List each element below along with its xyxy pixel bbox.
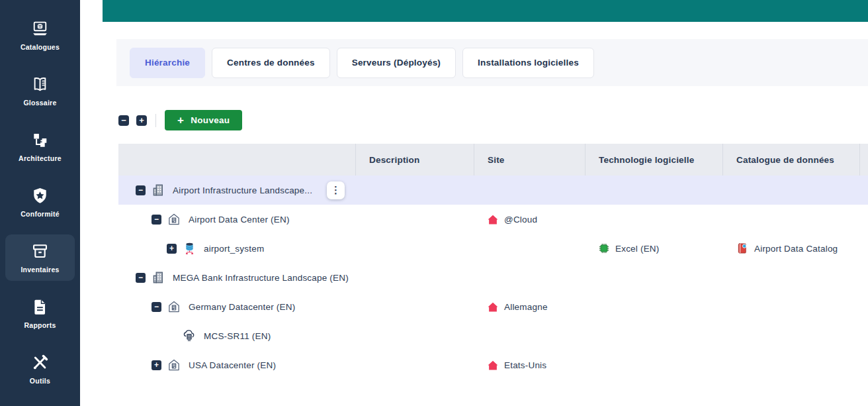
tree-row[interactable]: +airport_systemExcel (EN)Airport Data Ca… [118,234,868,263]
expand-all-button[interactable]: + [136,115,147,126]
plus-icon: + [177,115,184,126]
catalogues-icon [31,20,49,38]
tab-hierarchie[interactable]: Hiérarchie [130,48,205,78]
collapse-all-button[interactable]: − [118,115,129,126]
sidebar-item-conformite[interactable]: Conformité [5,179,75,225]
tree-row[interactable]: −Germany Datacenter (EN)Allemagne [118,292,868,321]
datacenter-icon [167,358,181,372]
collapse-toggle[interactable]: − [136,185,146,195]
sidebar-item-catalogues[interactable]: Catalogues [5,12,75,58]
tab-centres-de-donnees[interactable]: Centres de données [212,48,330,78]
tree-node-label: Germany Datacenter (EN) [189,302,295,312]
sidebar-item-label: Architecture [19,154,62,162]
sidebar-item-inventaires[interactable]: Inventaires [5,234,75,281]
site-label: Allemagne [504,302,548,312]
sidebar-item-outils[interactable]: Outils [5,346,75,392]
tab-serveurs-deployes[interactable]: Serveurs (Déployés) [337,48,456,78]
outils-icon [31,354,49,372]
sidebar-item-rapports[interactable]: Rapports [5,290,75,336]
tree-node-label: airport_system [204,244,264,254]
column-header-description: Description [356,144,474,176]
description-cell [356,350,474,380]
landscape-icon [151,271,165,284]
technology-cell [586,350,723,380]
tree-node-label: MCS-SR11 (EN) [204,331,271,341]
tree-row[interactable]: −Airport Data Center (EN)@Cloud [118,205,868,234]
software-technology-icon [599,243,609,254]
top-bar [103,0,868,22]
site-cell [474,234,586,263]
tree-row[interactable]: −MEGA Bank Infrastructure Landscape (EN) [118,263,868,292]
toolbar: − + + Nouveau [118,110,242,130]
technology-cell [586,292,723,321]
catalog-cell [723,176,860,205]
expand-toggle[interactable]: + [167,244,177,254]
column-header-catalogue: Catalogue de données [723,144,860,176]
column-header-technologie: Technologie logicielle [586,144,723,176]
tree-cell: +airport_system [118,234,356,263]
glossaire-icon [31,76,49,94]
sidebar-item-glossaire[interactable]: Glossaire [5,68,75,114]
description-cell [356,321,474,350]
row-menu-button[interactable]: ⋮ [327,181,345,199]
sidebar-item-label: Rapports [24,321,56,329]
description-cell [356,205,474,234]
app-root: CataloguesGlossaireArchitectureConformit… [0,0,868,406]
technology-cell [586,263,723,292]
collapse-toggle[interactable]: − [136,273,146,283]
site-cell: Etats-Unis [474,350,586,380]
tree-row[interactable]: −Airport Infrastructure Landscape...⋮ [118,176,868,205]
tree-cell: +USA Datacenter (EN) [118,350,356,380]
site-home-icon [488,302,498,312]
main-area: HiérarchieCentres de donnéesServeurs (Dé… [80,0,868,406]
description-cell [356,292,474,321]
site-cell: @Cloud [474,205,586,234]
tree-cell: −Germany Datacenter (EN) [118,292,356,321]
column-header-tree [118,144,356,176]
sidebar: CataloguesGlossaireArchitectureConformit… [0,0,80,406]
sidebar-item-label: Catalogues [21,43,60,51]
table-header-row: DescriptionSiteTechnologie logicielleCat… [118,144,868,176]
site-cell [474,321,586,350]
expand-toggle[interactable]: + [152,360,161,370]
tree-node-label: USA Datacenter (EN) [189,360,276,370]
table-body: −Airport Infrastructure Landscape...⋮−Ai… [118,176,868,380]
column-header-site: Site [474,144,586,176]
catalog-label: Airport Data Catalog [754,244,838,254]
site-cell: Allemagne [474,292,586,321]
tree-cell: −Airport Data Center (EN) [118,205,356,234]
conformite-icon [31,187,49,205]
new-button-label: Nouveau [191,115,230,125]
server-icon [182,329,196,342]
site-label: Etats-Unis [504,360,546,370]
collapse-toggle[interactable]: − [152,215,161,225]
catalog-cell [723,292,860,321]
tab-label: Serveurs (Déployés) [352,58,441,68]
site-home-icon [488,215,498,225]
tree-cell: MCS-SR11 (EN) [118,321,356,350]
site-cell [474,263,586,292]
collapse-toggle[interactable]: − [152,302,161,312]
toolbar-divider [155,114,156,127]
tab-installations-logicielles[interactable]: Installations logicielles [462,48,594,78]
tab-label: Installations logicielles [478,58,579,68]
column-header-filler [860,144,868,176]
new-button[interactable]: + Nouveau [165,110,242,130]
site-home-icon [488,360,498,370]
catalog-cell [723,205,860,234]
tree-row[interactable]: MCS-SR11 (EN) [118,321,868,350]
rapports-icon [31,298,49,317]
sidebar-item-architecture[interactable]: Architecture [5,123,75,170]
tree-node-label: Airport Infrastructure Landscape... [173,185,312,195]
catalog-cell [723,321,860,350]
tree-row[interactable]: +USA Datacenter (EN)Etats-Unis [118,350,868,380]
sidebar-item-label: Glossaire [23,99,56,107]
site-cell [474,176,586,205]
tree-node-label: Airport Data Center (EN) [189,215,290,225]
technology-cell [586,205,723,234]
description-cell [356,234,474,263]
tree-cell: −MEGA Bank Infrastructure Landscape (EN) [118,263,356,292]
application-icon [182,241,196,256]
technology-cell [586,321,723,350]
description-cell [356,263,474,292]
